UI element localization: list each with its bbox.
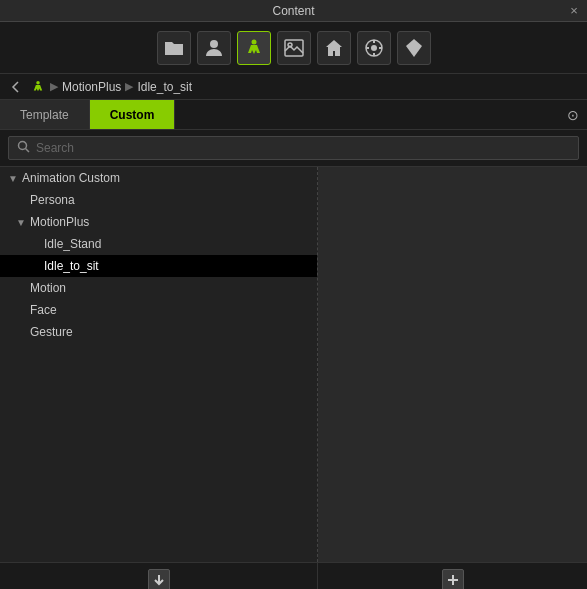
image-button[interactable] — [277, 31, 311, 65]
breadcrumb-sep-1: ▶ — [50, 80, 58, 93]
tree-item-face[interactable]: Face — [0, 299, 317, 321]
tree-item-motion[interactable]: Motion — [0, 277, 317, 299]
tree-pane: ▼ Animation Custom Persona ▼ MotionPlus … — [0, 167, 318, 562]
breadcrumb-back-button[interactable] — [6, 77, 26, 97]
tree-item-motionplus[interactable]: ▼ MotionPlus — [0, 211, 317, 233]
tree-item-animation-custom[interactable]: ▼ Animation Custom — [0, 167, 317, 189]
person-button[interactable] — [197, 31, 231, 65]
arrow-icon: ▼ — [16, 217, 26, 228]
svg-point-5 — [371, 45, 377, 51]
tree-item-gesture[interactable]: Gesture — [0, 321, 317, 343]
preview-pane — [318, 167, 587, 562]
tab-template[interactable]: Template — [0, 100, 90, 129]
main-area: ▼ Animation Custom Persona ▼ MotionPlus … — [0, 167, 587, 562]
arrow-icon: ▼ — [8, 173, 18, 184]
house-button[interactable] — [317, 31, 351, 65]
toolbar — [0, 22, 587, 74]
title-bar: Content × — [0, 0, 587, 22]
tabs-container: Template Custom ⊙ — [0, 100, 587, 130]
breadcrumb-motionplus[interactable]: MotionPlus — [62, 80, 121, 94]
animation-button[interactable] — [237, 31, 271, 65]
search-icon — [17, 140, 30, 156]
bottom-right — [318, 563, 587, 589]
svg-point-0 — [210, 40, 218, 48]
search-input[interactable] — [36, 141, 570, 155]
close-button[interactable]: × — [567, 4, 581, 18]
breadcrumb-icon — [30, 79, 46, 95]
folder-button[interactable] — [157, 31, 191, 65]
svg-line-13 — [26, 149, 30, 153]
breadcrumb-idle[interactable]: Idle_to_sit — [137, 80, 192, 94]
down-button[interactable] — [148, 569, 170, 590]
gem-button[interactable] — [397, 31, 431, 65]
film-button[interactable] — [357, 31, 391, 65]
add-button[interactable] — [442, 569, 464, 590]
search-bar — [0, 130, 587, 167]
svg-point-12 — [19, 142, 27, 150]
breadcrumb: ▶ MotionPlus ▶ Idle_to_sit — [0, 74, 587, 100]
tree-item-idle-stand[interactable]: Idle_Stand — [0, 233, 317, 255]
tab-custom[interactable]: Custom — [90, 100, 176, 129]
tree-item-persona[interactable]: Persona — [0, 189, 317, 211]
bottom-bar — [0, 562, 587, 589]
bottom-left — [0, 563, 318, 589]
breadcrumb-sep-2: ▶ — [125, 80, 133, 93]
collapse-icon[interactable]: ⊙ — [567, 107, 579, 123]
svg-point-11 — [36, 81, 40, 85]
search-wrapper — [8, 136, 579, 160]
svg-point-1 — [251, 39, 256, 44]
title-text: Content — [272, 4, 314, 18]
tree-item-idle-to-sit[interactable]: Idle_to_sit — [0, 255, 317, 277]
svg-marker-10 — [406, 39, 422, 57]
